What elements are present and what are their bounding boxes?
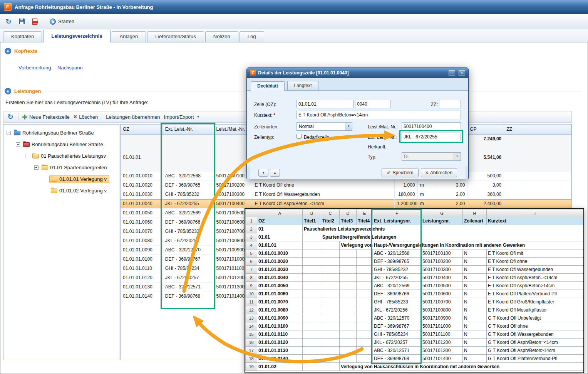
tree-item-body[interactable]: 01 Pauschaliertes Leistungsv bbox=[31, 152, 109, 160]
bedarfszeile-checkbox[interactable] bbox=[297, 134, 302, 139]
sheet-cell: N bbox=[463, 347, 487, 355]
ext-leist-nr-input[interactable] bbox=[402, 133, 461, 141]
table-cell bbox=[121, 135, 163, 153]
leistungen-uebernehmen-button[interactable]: Leistungen übernehmen bbox=[106, 114, 160, 120]
tree-expander-icon[interactable] bbox=[7, 131, 11, 135]
tree-item[interactable]: 01.01.02 Verlegung v bbox=[3, 185, 119, 196]
table-row[interactable]: 01.01.01.0030GHI - 785/8523250017100300E… bbox=[121, 190, 571, 199]
sheet-cell: 01.01.01.0130 bbox=[257, 347, 303, 355]
dialog-close-button[interactable]: × bbox=[459, 70, 465, 76]
sheet-cell bbox=[303, 241, 321, 249]
sheet-col-letter: C bbox=[321, 209, 340, 217]
add-icon bbox=[22, 115, 27, 120]
lv-refresh-icon[interactable]: ↻ bbox=[7, 113, 14, 121]
table-cell: 01.01.01.0090 bbox=[121, 246, 163, 254]
delete-icon: × bbox=[74, 114, 77, 120]
speichern-button[interactable]: ✔ Speichern bbox=[382, 168, 419, 177]
leist-mat-nr-input[interactable] bbox=[402, 122, 461, 131]
neue-freitextzeile-button[interactable]: Neue Freitextzeile bbox=[22, 114, 70, 120]
table-cell: 1,000 bbox=[395, 181, 418, 190]
tab-lieferanten-status[interactable]: Lieferanten/Status bbox=[147, 31, 204, 42]
tab-kopfdaten[interactable]: Kopfdaten bbox=[3, 31, 42, 42]
tree-item-body[interactable]: 01.01.02 Verlegung v bbox=[49, 187, 109, 195]
tab-notizen[interactable]: Notizen bbox=[205, 31, 238, 42]
kopftexte-links: Vorbemerkung Nachspann bbox=[18, 64, 87, 71]
tree-item-body[interactable]: 01.01.01 Verlegung v bbox=[49, 175, 109, 183]
refresh-icon[interactable]: ↻ bbox=[5, 18, 12, 25]
table-row[interactable]: 01.01.01.0040JKL - 672/2025550017100400E… bbox=[121, 199, 571, 209]
tab-anlagen[interactable]: Anlagen bbox=[112, 31, 146, 42]
save-icon[interactable] bbox=[18, 18, 25, 25]
tree-item[interactable]: Rohrleitungsbau Berliner Straße bbox=[3, 138, 119, 150]
column-header-ext-leist-nr[interactable]: Ext. Leist.-Nr. bbox=[163, 125, 214, 135]
sheet-cell bbox=[321, 274, 340, 282]
zz-input[interactable] bbox=[439, 100, 461, 108]
sheet-cell: G T Koord Ofl Wassergebunden bbox=[487, 330, 584, 339]
sheet-cell: N bbox=[463, 258, 487, 266]
import-export-button[interactable]: Import/Export ▼ bbox=[164, 114, 200, 120]
sheet-cell: 50017101200 bbox=[421, 339, 463, 347]
dialog-tab-deckblatt[interactable]: Deckblatt bbox=[251, 81, 285, 91]
table-cell bbox=[523, 181, 571, 190]
loeschen-button[interactable]: × Löschen bbox=[74, 114, 98, 120]
kurztext-input[interactable] bbox=[297, 111, 461, 119]
ext-leist-nr-label: Ext. Leist.-Nr.: bbox=[368, 133, 397, 141]
tree-expander-icon[interactable] bbox=[34, 165, 39, 170]
sheet-col-letter: I bbox=[487, 209, 584, 217]
starten-button[interactable]: Starten bbox=[50, 19, 74, 25]
link-vorbemerkung[interactable]: Vorbemerkung bbox=[18, 65, 51, 71]
link-nachspann[interactable]: Nachspann bbox=[57, 65, 83, 71]
sheet-cell: G T Koord Ofl Platten/Verbund-Pfl bbox=[487, 355, 584, 363]
table-cell: 01.01.01.0100 bbox=[121, 255, 163, 264]
starten-icon bbox=[50, 19, 56, 25]
tab-log[interactable]: Log bbox=[240, 31, 264, 42]
sheet-cell: N bbox=[463, 339, 487, 347]
tree-item-body[interactable]: 01.01 Spartenübergreifen bbox=[40, 163, 109, 172]
column-header-zz[interactable]: ZZ bbox=[504, 125, 523, 135]
tree-item[interactable]: 01.01 Spartenübergreifen bbox=[3, 162, 119, 173]
dialog-form: Zeile (OZ): ZZ: Kurztext:* Zeilenarten: … bbox=[247, 91, 468, 166]
sheet-cell bbox=[357, 282, 373, 290]
tree-expander-icon[interactable] bbox=[25, 154, 29, 158]
tab-leistungsverzeichnis[interactable]: Leistungsverzeichnis bbox=[43, 30, 110, 42]
section-arrow-icon bbox=[5, 48, 11, 54]
table-row[interactable]: 01.01.01.0020DEF - 369/9876550017100200E… bbox=[121, 181, 571, 190]
sheet-cell bbox=[303, 266, 321, 274]
sheet-cell: N bbox=[463, 282, 487, 290]
tree-expander-icon[interactable] bbox=[16, 142, 20, 147]
sheet-cell: E T Koord Ofl Mosaikpflaster bbox=[487, 306, 584, 314]
table-cell: 01.01.01.0040 bbox=[121, 199, 163, 208]
sheet-cell bbox=[321, 258, 340, 266]
move-down-button[interactable]: ▼ bbox=[258, 169, 268, 177]
table-cell: GHI - 785/85234 bbox=[163, 264, 214, 273]
tree-item[interactable]: Rohrleitungsbau Berliner Straße bbox=[3, 127, 119, 138]
refresh-glyph: ↻ bbox=[5, 18, 11, 25]
sheet-cell: N bbox=[463, 330, 487, 339]
dialog-restore-button[interactable]: □ bbox=[449, 70, 455, 76]
dialog-tab-langtext[interactable]: Langtext bbox=[287, 81, 318, 90]
zeilenarten-select[interactable]: Normal ▼ bbox=[297, 122, 352, 131]
table-cell: GHI - 785/85232 bbox=[163, 190, 214, 199]
pdf-icon[interactable] bbox=[31, 18, 39, 25]
column-header-gp[interactable]: GP bbox=[467, 125, 504, 135]
tree-item[interactable]: 01 Pauschaliertes Leistungsv bbox=[3, 150, 119, 162]
sheet-cell: 50017100400 bbox=[421, 274, 463, 282]
typ-select[interactable]: DL ▼ bbox=[402, 152, 461, 161]
kopftexte-heading: Kopftexte bbox=[14, 48, 37, 54]
tree-item[interactable]: 01.01.01 Verlegung v bbox=[3, 173, 119, 185]
zeile-oz-input[interactable] bbox=[297, 100, 353, 108]
dialog-titlebar[interactable]: F Details der Leistungszeile [01.01.01.0… bbox=[247, 68, 468, 78]
abbrechen-button[interactable]: × Abbrechen bbox=[421, 168, 457, 177]
zeile-nr-input[interactable] bbox=[355, 100, 390, 108]
sheet-row-number: 15 bbox=[246, 330, 257, 339]
tree-item-body[interactable]: Rohrleitungsbau Berliner Straße bbox=[22, 140, 106, 148]
table-cell: ABC - 320/12569 bbox=[163, 209, 214, 217]
table-cell: m bbox=[418, 181, 435, 190]
column-header-oz[interactable]: OZ bbox=[121, 125, 163, 135]
tree-item-body[interactable]: Rohrleitungsbau Berliner Straße bbox=[12, 129, 97, 137]
move-up-button[interactable]: ▲ bbox=[270, 169, 280, 177]
sheet-cell bbox=[303, 282, 321, 290]
sheet-cell bbox=[357, 314, 373, 322]
sheet-header-cell: Titel1 bbox=[303, 217, 321, 225]
sheet-header-cell: Titel4 bbox=[357, 217, 373, 225]
